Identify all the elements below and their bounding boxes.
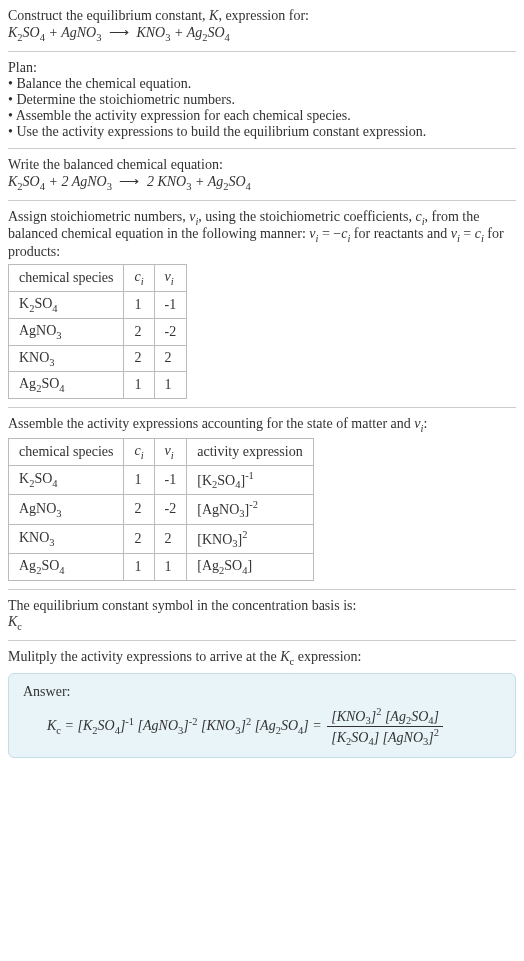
symbol-heading: The equilibrium constant symbol in the c… <box>8 598 516 614</box>
table-row: AgNO32-2 <box>9 318 187 345</box>
activity-block: Assemble the activity expressions accoun… <box>8 416 516 581</box>
stoich-block: Assign stoichiometric numbers, νi, using… <box>8 209 516 400</box>
cell-ci: 2 <box>124 495 154 524</box>
plan-bullet: • Determine the stoichiometric numbers. <box>8 92 516 108</box>
answer-expression: Kc = [K2SO4]-1 [AgNO3]-2 [KNO3]2 [Ag2SO4… <box>23 706 501 748</box>
col-ci: ci <box>124 265 154 292</box>
activity-table: chemical species ci νi activity expressi… <box>8 438 314 581</box>
plan-bullet: • Use the activity expressions to build … <box>8 124 516 140</box>
cell-species: AgNO3 <box>9 495 124 524</box>
cell-ci: 1 <box>124 554 154 581</box>
cell-activity: [Ag2SO4] <box>187 554 313 581</box>
cell-species: K2SO4 <box>9 465 124 494</box>
fraction: [KNO3]2 [Ag2SO4] [K2SO4] [AgNO3]2 <box>327 706 443 748</box>
cell-species: KNO3 <box>9 345 124 372</box>
divider <box>8 200 516 201</box>
cell-species: KNO3 <box>9 524 124 553</box>
col-species: chemical species <box>9 265 124 292</box>
table-header-row: chemical species ci νi <box>9 265 187 292</box>
col-activity: activity expression <box>187 438 313 465</box>
cell-species: Ag2SO4 <box>9 372 124 399</box>
cell-activity: [KNO3]2 <box>187 524 313 553</box>
multiply-block: Mulitply the activity expressions to arr… <box>8 649 516 667</box>
activity-heading: Assemble the activity expressions accoun… <box>8 416 516 434</box>
answer-label: Answer: <box>23 684 501 700</box>
cell-vi: 2 <box>154 524 187 553</box>
plan-bullet: • Assemble the activity expression for e… <box>8 108 516 124</box>
cell-species: Ag2SO4 <box>9 554 124 581</box>
stoich-heading: Assign stoichiometric numbers, νi, using… <box>8 209 516 261</box>
table-row: K2SO41-1 <box>9 291 187 318</box>
cell-activity: [K2SO4]-1 <box>187 465 313 494</box>
balanced-heading: Write the balanced chemical equation: <box>8 157 516 173</box>
divider <box>8 51 516 52</box>
fraction-denominator: [K2SO4] [AgNO3]2 <box>327 727 443 747</box>
divider <box>8 589 516 590</box>
balanced-equation: K2SO4 + 2 AgNO3 ⟶ 2 KNO3 + Ag2SO4 <box>8 174 251 189</box>
cell-ci: 1 <box>124 291 154 318</box>
cell-vi: -1 <box>154 291 187 318</box>
fraction-numerator: [KNO3]2 [Ag2SO4] <box>327 706 443 727</box>
table-row: Ag2SO411 <box>9 372 187 399</box>
table-row: KNO322 <box>9 345 187 372</box>
cell-ci: 2 <box>124 318 154 345</box>
table-row: KNO322[KNO3]2 <box>9 524 314 553</box>
divider <box>8 640 516 641</box>
table-row: AgNO32-2[AgNO3]-2 <box>9 495 314 524</box>
cell-vi: -2 <box>154 318 187 345</box>
cell-vi: -1 <box>154 465 187 494</box>
cell-vi: -2 <box>154 495 187 524</box>
cell-ci: 1 <box>124 372 154 399</box>
plan-bullet: • Balance the chemical equation. <box>8 76 516 92</box>
intro-block: Construct the equilibrium constant, K, e… <box>8 8 516 43</box>
intro-text: Construct the equilibrium constant, K, e… <box>8 8 309 23</box>
plan-block: Plan: • Balance the chemical equation. •… <box>8 60 516 140</box>
symbol-block: The equilibrium constant symbol in the c… <box>8 598 516 632</box>
cell-vi: 1 <box>154 372 187 399</box>
col-ci: ci <box>124 438 154 465</box>
divider <box>8 407 516 408</box>
table-header-row: chemical species ci νi activity expressi… <box>9 438 314 465</box>
col-vi: νi <box>154 265 187 292</box>
cell-species: K2SO4 <box>9 291 124 318</box>
cell-activity: [AgNO3]-2 <box>187 495 313 524</box>
stoich-table: chemical species ci νi K2SO41-1 AgNO32-2… <box>8 264 187 399</box>
col-vi: νi <box>154 438 187 465</box>
cell-vi: 2 <box>154 345 187 372</box>
cell-species: AgNO3 <box>9 318 124 345</box>
cell-ci: 2 <box>124 345 154 372</box>
cell-ci: 1 <box>124 465 154 494</box>
cell-vi: 1 <box>154 554 187 581</box>
col-species: chemical species <box>9 438 124 465</box>
plan-heading: Plan: <box>8 60 516 76</box>
answer-box: Answer: Kc = [K2SO4]-1 [AgNO3]-2 [KNO3]2… <box>8 673 516 759</box>
intro-equation: K2SO4 + AgNO3 ⟶ KNO3 + Ag2SO4 <box>8 25 230 40</box>
multiply-heading: Mulitply the activity expressions to arr… <box>8 649 516 667</box>
divider <box>8 148 516 149</box>
balanced-block: Write the balanced chemical equation: K2… <box>8 157 516 192</box>
cell-ci: 2 <box>124 524 154 553</box>
table-row: Ag2SO411[Ag2SO4] <box>9 554 314 581</box>
table-row: K2SO41-1[K2SO4]-1 <box>9 465 314 494</box>
symbol-value: Kc <box>8 614 516 632</box>
